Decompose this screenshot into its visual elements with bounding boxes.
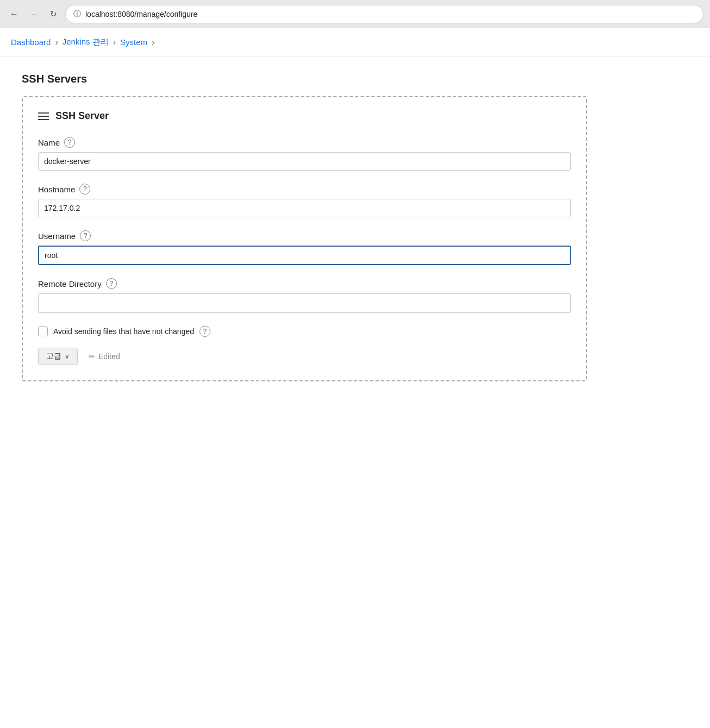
breadcrumb-sep-2: › xyxy=(113,37,116,47)
name-form-group: Name ? xyxy=(38,137,571,171)
reload-button[interactable]: ↻ xyxy=(46,7,61,22)
advanced-label: 고급 xyxy=(46,352,61,361)
url-text: localhost:8080/manage/configure xyxy=(85,10,197,18)
name-label: Name xyxy=(38,138,60,147)
main-content: SSH Servers SSH Server Name ? Hostname ? xyxy=(0,57,710,403)
hamburger-line-3 xyxy=(38,119,49,120)
ssh-server-card: SSH Server Name ? Hostname ? Username ? xyxy=(22,96,587,381)
forward-button[interactable]: → xyxy=(26,7,41,22)
address-bar[interactable]: ⓘ localhost:8080/manage/configure xyxy=(65,5,703,23)
remote-directory-help-badge[interactable]: ? xyxy=(106,278,117,289)
advanced-row: 고급 ∨ ✏ Edited xyxy=(38,348,571,365)
username-input[interactable] xyxy=(38,246,571,265)
name-label-row: Name ? xyxy=(38,137,571,148)
avoid-sending-label: Avoid sending files that have not change… xyxy=(53,327,194,336)
breadcrumb-sep-3: › xyxy=(152,37,154,47)
hostname-input[interactable] xyxy=(38,199,571,217)
edited-indicator: ✏ Edited xyxy=(89,352,120,361)
info-icon: ⓘ xyxy=(73,9,81,19)
breadcrumb-system[interactable]: System xyxy=(120,37,147,47)
username-form-group: Username ? xyxy=(38,230,571,265)
hamburger-icon[interactable] xyxy=(38,112,49,120)
remote-directory-form-group: Remote Directory ? xyxy=(38,278,571,313)
advanced-button[interactable]: 고급 ∨ xyxy=(38,348,78,365)
breadcrumb: Dashboard › Jenkins 관리 › System › xyxy=(0,28,710,57)
hamburger-line-2 xyxy=(38,116,49,117)
pencil-icon: ✏ xyxy=(89,352,95,361)
username-label: Username xyxy=(38,231,76,241)
name-help-badge[interactable]: ? xyxy=(64,137,75,148)
breadcrumb-jenkins-manage[interactable]: Jenkins 관리 xyxy=(63,37,109,47)
back-button[interactable]: ← xyxy=(7,7,22,22)
username-help-badge[interactable]: ? xyxy=(80,230,91,241)
hamburger-line-1 xyxy=(38,112,49,114)
remote-directory-label: Remote Directory xyxy=(38,279,102,288)
card-header-title: SSH Server xyxy=(55,110,109,122)
remote-directory-input[interactable] xyxy=(38,293,571,313)
edited-label: Edited xyxy=(98,352,120,361)
browser-chrome: ← → ↻ ⓘ localhost:8080/manage/configure xyxy=(0,0,710,28)
breadcrumb-dashboard[interactable]: Dashboard xyxy=(11,37,51,47)
avoid-sending-checkbox[interactable] xyxy=(38,327,48,336)
card-header: SSH Server xyxy=(38,110,571,122)
avoid-sending-help-badge[interactable]: ? xyxy=(200,326,210,337)
avoid-sending-row: Avoid sending files that have not change… xyxy=(38,326,571,337)
name-input[interactable] xyxy=(38,152,571,171)
hostname-label: Hostname xyxy=(38,185,75,194)
remote-directory-label-row: Remote Directory ? xyxy=(38,278,571,289)
hostname-label-row: Hostname ? xyxy=(38,184,571,194)
section-title: SSH Servers xyxy=(22,73,699,85)
hostname-form-group: Hostname ? xyxy=(38,184,571,217)
username-label-row: Username ? xyxy=(38,230,571,241)
breadcrumb-sep-1: › xyxy=(55,37,58,47)
chevron-down-icon: ∨ xyxy=(65,353,70,360)
hostname-help-badge[interactable]: ? xyxy=(79,184,90,194)
